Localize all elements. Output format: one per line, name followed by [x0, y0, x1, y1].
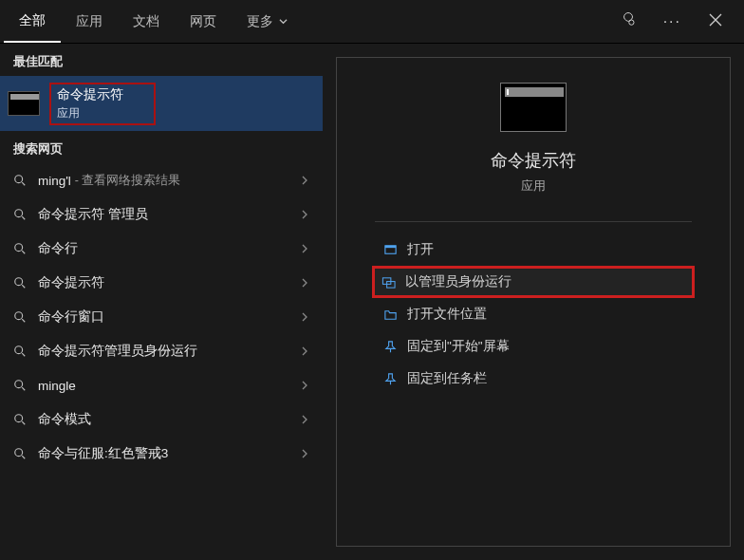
chevron-right-icon: [300, 312, 309, 322]
action-run-as-admin-label: 以管理员身份运行: [405, 273, 512, 290]
open-icon: [379, 243, 401, 257]
action-pin-start[interactable]: 固定到"开始"屏幕: [375, 330, 692, 363]
action-open-location[interactable]: 打开文件位置: [375, 298, 692, 330]
web-result-label: 命令提示符: [38, 274, 104, 291]
best-match-item[interactable]: 命令提示符 应用: [0, 76, 323, 131]
svg-point-7: [15, 381, 23, 388]
close-button[interactable]: [708, 12, 723, 31]
search-icon: [13, 345, 27, 358]
pin-start-icon: [379, 340, 401, 354]
preview-title: 命令提示符: [491, 149, 576, 172]
preview-cmd-icon: [500, 83, 567, 132]
web-result-label: 命令提示符管理员身份运行: [38, 343, 197, 360]
web-result-item[interactable]: mingle: [0, 368, 323, 402]
section-best-match: 最佳匹配: [0, 44, 323, 76]
svg-point-1: [15, 176, 23, 183]
chevron-right-icon: [300, 449, 309, 458]
chevron-right-icon: [300, 415, 309, 424]
search-icon: [13, 208, 27, 221]
web-result-label: 命令行窗口: [38, 308, 104, 326]
web-result-item[interactable]: 命令行窗口: [0, 300, 323, 334]
web-result-label: 命令提示符 管理员: [38, 206, 148, 223]
section-search-web: 搜索网页: [0, 131, 323, 163]
svg-point-2: [15, 210, 23, 217]
chevron-right-icon: [300, 210, 309, 219]
tab-more-label: 更多: [247, 13, 273, 30]
web-result-item[interactable]: 命令行: [0, 232, 323, 266]
web-result-label: 命令模式: [38, 411, 91, 428]
web-result-label: mingle: [38, 379, 76, 393]
search-icon: [13, 413, 27, 426]
action-pin-taskbar[interactable]: 固定到任务栏: [375, 363, 692, 395]
best-match-subtitle: 应用: [57, 105, 123, 121]
tab-more[interactable]: 更多: [232, 0, 303, 43]
web-result-label: 命令行: [38, 240, 78, 257]
tab-docs[interactable]: 文档: [118, 0, 175, 43]
preview-panel: 命令提示符 应用 打开 以管理员身份运行 打开文件位置: [336, 57, 731, 547]
search-icon: [13, 276, 27, 289]
svg-point-3: [15, 244, 23, 252]
tab-apps[interactable]: 应用: [61, 0, 118, 43]
feedback-icon[interactable]: [620, 11, 637, 32]
top-tab-bar: 全部 应用 文档 网页 更多 ···: [0, 0, 744, 44]
action-open-location-label: 打开文件位置: [407, 306, 487, 323]
chevron-right-icon: [300, 346, 309, 356]
cmd-icon: [8, 91, 40, 116]
tab-web[interactable]: 网页: [175, 0, 232, 43]
svg-point-5: [15, 312, 23, 320]
divider: [375, 221, 692, 222]
action-open-label: 打开: [407, 241, 434, 258]
folder-icon: [379, 308, 401, 322]
web-result-sublabel: - 查看网络搜索结果: [75, 173, 181, 189]
best-match-highlight: 命令提示符 应用: [49, 83, 156, 125]
search-icon: [13, 379, 27, 392]
svg-point-9: [15, 449, 23, 457]
action-pin-start-label: 固定到"开始"屏幕: [407, 338, 510, 355]
svg-point-8: [15, 415, 23, 422]
svg-point-4: [15, 278, 23, 286]
search-icon: [13, 310, 27, 324]
svg-point-6: [15, 346, 23, 354]
web-result-label: ming'l: [38, 174, 71, 188]
web-result-item[interactable]: 命令提示符: [0, 266, 323, 300]
tab-all[interactable]: 全部: [4, 0, 61, 43]
web-result-item[interactable]: 命令提示符管理员身份运行: [0, 334, 323, 368]
web-result-label: 命令与征服:红色警戒3: [38, 445, 168, 462]
chevron-right-icon: [300, 244, 309, 253]
chevron-right-icon: [300, 381, 309, 390]
chevron-right-icon: [300, 278, 309, 288]
web-result-item[interactable]: 命令模式: [0, 402, 323, 437]
chevron-down-icon: [279, 17, 288, 26]
best-match-title: 命令提示符: [57, 86, 123, 103]
pin-taskbar-icon: [379, 372, 401, 386]
options-icon[interactable]: ···: [663, 13, 681, 30]
web-result-item[interactable]: 命令提示符 管理员: [0, 197, 323, 232]
admin-icon: [377, 275, 400, 289]
search-icon: [13, 174, 27, 187]
svg-rect-11: [384, 245, 395, 247]
search-icon: [13, 447, 27, 460]
search-icon: [13, 242, 27, 255]
results-panel: 最佳匹配 命令提示符 应用 搜索网页 ming'l - 查看网络搜索结果命令提示…: [0, 44, 323, 560]
action-run-as-admin[interactable]: 以管理员身份运行: [372, 266, 695, 298]
action-pin-taskbar-label: 固定到任务栏: [407, 370, 487, 387]
svg-point-0: [628, 20, 633, 25]
preview-subtitle: 应用: [521, 177, 546, 195]
web-result-item[interactable]: 命令与征服:红色警戒3: [0, 437, 323, 471]
chevron-right-icon: [300, 176, 309, 185]
action-open[interactable]: 打开: [375, 233, 692, 266]
web-result-item[interactable]: ming'l - 查看网络搜索结果: [0, 163, 323, 197]
